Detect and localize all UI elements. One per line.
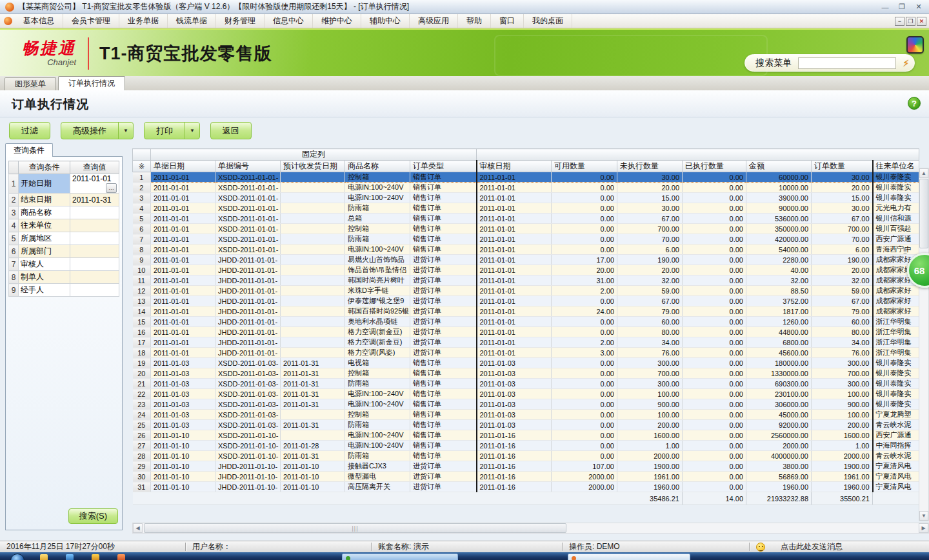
table-row[interactable]: 192011-01-03XSDD-2011-01-03-2011-01-31电视… <box>133 358 919 368</box>
menu-item[interactable]: 帮助 <box>458 14 491 28</box>
search-input[interactable] <box>798 57 896 69</box>
lightning-icon[interactable]: ⚡ <box>903 58 909 68</box>
query-value-cell[interactable]: 2011-01-01… <box>70 174 119 194</box>
table-row[interactable]: 222011-01-03XSDD-2011-01-03-2011-01-31电源… <box>133 389 919 399</box>
help-icon[interactable]: ? <box>908 97 921 110</box>
menu-item[interactable]: 会员卡管理 <box>63 14 119 28</box>
print-button[interactable]: 打印 ▼ <box>144 122 200 139</box>
badge-grip-icon[interactable]: ≡≡ <box>903 248 907 254</box>
table-row[interactable]: 172011-01-01JHDD-2011-01-01-格力空调(新金豆)进货订… <box>133 337 919 348</box>
table-row[interactable]: 182011-01-01JHDD-2011-01-01-格力空调(风姿)进货订单… <box>133 348 919 358</box>
table-row[interactable]: 142011-01-01JHDD-2011-01-01-韩国百搭时尚925银进货… <box>133 306 919 317</box>
status-message[interactable]: 点击此处发送消息 <box>781 541 843 552</box>
query-condition-label[interactable]: 开始日期 <box>19 174 70 194</box>
table-row[interactable]: 272011-01-10XSDD-2011-01-10-2011-01-28电源… <box>133 441 919 451</box>
taskbar-icon[interactable] <box>66 554 74 560</box>
table-row[interactable]: 132011-01-01JHDD-2011-01-01-伊泰莲娜*银之堡9进货订… <box>133 296 919 306</box>
tab-图形菜单[interactable]: 图形菜单 <box>5 77 56 90</box>
scroll-left-icon[interactable]: ◀ <box>133 523 143 533</box>
table-row[interactable]: 262011-01-10XSDD-2011-01-10-电源IN:100~240… <box>133 430 919 441</box>
scroll-right-icon[interactable]: ▶ <box>919 523 928 533</box>
taskbar-icon[interactable] <box>117 554 125 560</box>
taskbar-app-button[interactable] <box>568 554 690 560</box>
close-icon[interactable]: ✕ <box>914 3 924 12</box>
query-row[interactable]: 8制单人 <box>9 271 119 284</box>
table-row[interactable]: 22011-01-01XSDD-2011-01-01-电源IN:100~240V… <box>133 183 919 193</box>
table-row[interactable]: 102011-01-01JHDD-2011-01-01-饰品首饰\吊坠情侣进货订… <box>133 265 919 275</box>
table-row[interactable]: 252011-01-03XSDD-2011-01-03-2011-01-31防雨… <box>133 420 919 430</box>
query-condition-label[interactable]: 制单人 <box>19 271 70 284</box>
query-value-cell[interactable] <box>70 245 119 258</box>
minimize-icon[interactable]: — <box>880 3 890 12</box>
smiley-icon[interactable] <box>756 543 765 552</box>
menu-item[interactable]: 基本信息 <box>15 14 63 28</box>
menu-item[interactable]: 辅助中心 <box>361 14 410 28</box>
table-row[interactable]: 82011-01-01XSDD-2011-01-01-电源IN:100~240V… <box>133 245 919 255</box>
query-value-cell[interactable] <box>70 206 119 219</box>
horizontal-scrollbar[interactable]: ◀ ||| ▶ <box>132 523 929 534</box>
table-row[interactable]: 112011-01-01JHDD-2011-01-01-韩国时尚亮片树叶进货订单… <box>133 275 919 286</box>
column-header[interactable]: 未执行数量 <box>617 161 683 172</box>
table-row[interactable]: 312011-01-10JHDD-2011-01-10-2011-01-10高压… <box>133 482 919 492</box>
menu-item[interactable]: 信息中心 <box>265 14 313 28</box>
column-header[interactable]: 订单类型 <box>410 161 477 172</box>
query-row[interactable]: 3商品名称 <box>9 206 119 219</box>
column-header[interactable]: 订单数量 <box>812 161 873 172</box>
vertical-scrollbar[interactable]: ▲ ▼ <box>919 168 929 521</box>
table-row[interactable]: 242011-01-03XSDD-2011-01-03-控制箱销售订单2011-… <box>133 410 919 420</box>
query-condition-label[interactable]: 结束日期 <box>19 194 70 206</box>
restore-icon[interactable]: ❐ <box>897 3 907 12</box>
table-row[interactable]: 42011-01-01XSDD-2011-01-01-防雨箱销售订单2011-0… <box>133 203 919 214</box>
table-row[interactable]: 72011-01-01XSDD-2011-01-01-防雨箱销售订单2011-0… <box>133 234 919 245</box>
query-condition-label[interactable]: 商品名称 <box>19 206 70 219</box>
query-value-cell[interactable] <box>70 284 119 297</box>
table-row[interactable]: 122011-01-01JHDD-2011-01-01-米珠D字手链进货订单20… <box>133 286 919 296</box>
table-row[interactable]: 282011-01-10XSDD-2011-01-10-2011-01-31防雨… <box>133 451 919 461</box>
advanced-ops-button[interactable]: 高级操作 ▼ <box>61 122 134 139</box>
scroll-down-icon[interactable]: ▼ <box>919 511 928 521</box>
query-condition-label[interactable]: 经手人 <box>19 284 70 297</box>
tab-订单执行情况[interactable]: 订单执行情况 <box>58 76 125 90</box>
menu-item[interactable]: 我的桌面 <box>524 14 572 28</box>
table-row[interactable]: 152011-01-01JHDD-2011-01-01-奥地利水晶项链进货订单2… <box>133 317 919 327</box>
column-header[interactable]: 往来单位名 <box>873 161 919 172</box>
column-header[interactable]: 商品名称 <box>345 161 410 172</box>
query-value-cell[interactable] <box>70 219 119 232</box>
query-row[interactable]: 4往来单位 <box>9 219 119 232</box>
column-header[interactable]: 预计收发货日期 <box>281 161 345 172</box>
menu-item[interactable]: 财务管理 <box>216 14 265 28</box>
query-condition-label[interactable]: 所属地区 <box>19 232 70 245</box>
table-row[interactable]: 52011-01-01XSDD-2011-01-01-总箱销售订单2011-01… <box>133 214 919 224</box>
query-row[interactable]: 9经手人 <box>9 284 119 297</box>
query-row[interactable]: 6所属部门 <box>9 245 119 258</box>
table-row[interactable]: 212011-01-03XSDD-2011-01-03-2011-01-31防雨… <box>133 379 919 389</box>
menu-item[interactable]: 高级应用 <box>410 14 458 28</box>
query-value-cell[interactable] <box>70 232 119 245</box>
query-condition-label[interactable]: 所属部门 <box>19 245 70 258</box>
query-row[interactable]: 1开始日期2011-01-01… <box>9 174 119 194</box>
theme-icon[interactable] <box>906 36 924 54</box>
horizontal-scroll-thumb[interactable]: ||| <box>144 523 566 533</box>
vertical-scroll-thumb[interactable] <box>919 179 928 248</box>
menu-item[interactable]: 维护中心 <box>313 14 361 28</box>
scroll-up-icon[interactable]: ▲ <box>919 168 928 178</box>
chevron-down-icon[interactable]: ▼ <box>185 123 199 139</box>
search-button[interactable]: 搜索(S) <box>68 508 118 524</box>
filter-button[interactable]: 过滤 <box>9 122 50 139</box>
column-header[interactable]: 单据日期 <box>151 161 215 172</box>
taskbar-icon[interactable] <box>92 554 99 560</box>
table-row[interactable]: 92011-01-01JHDD-2011-01-01-易燃火山首饰饰品进货订单2… <box>133 255 919 265</box>
column-header[interactable]: 已执行数量 <box>683 161 746 172</box>
query-condition-label[interactable]: 审核人 <box>19 258 70 271</box>
column-header[interactable]: 金额 <box>746 161 812 172</box>
table-row[interactable]: 32011-01-01XSDD-2011-01-01-电源IN:100~240V… <box>133 193 919 203</box>
mdi-restore-icon[interactable]: ❐ <box>906 17 915 26</box>
column-header[interactable]: 审核日期 <box>477 161 552 172</box>
taskbar-app-button[interactable] <box>342 554 458 560</box>
menu-item[interactable]: 钱流单据 <box>168 14 216 28</box>
mdi-minimize-icon[interactable]: − <box>895 17 904 26</box>
table-row[interactable]: 292011-01-10JHDD-2011-01-10-2011-01-10接触… <box>133 461 919 472</box>
table-row[interactable]: 232011-01-03XSDD-2011-01-03-2011-01-31电源… <box>133 399 919 410</box>
ellipsis-button[interactable]: … <box>106 183 117 193</box>
query-row[interactable]: 5所属地区 <box>9 232 119 245</box>
